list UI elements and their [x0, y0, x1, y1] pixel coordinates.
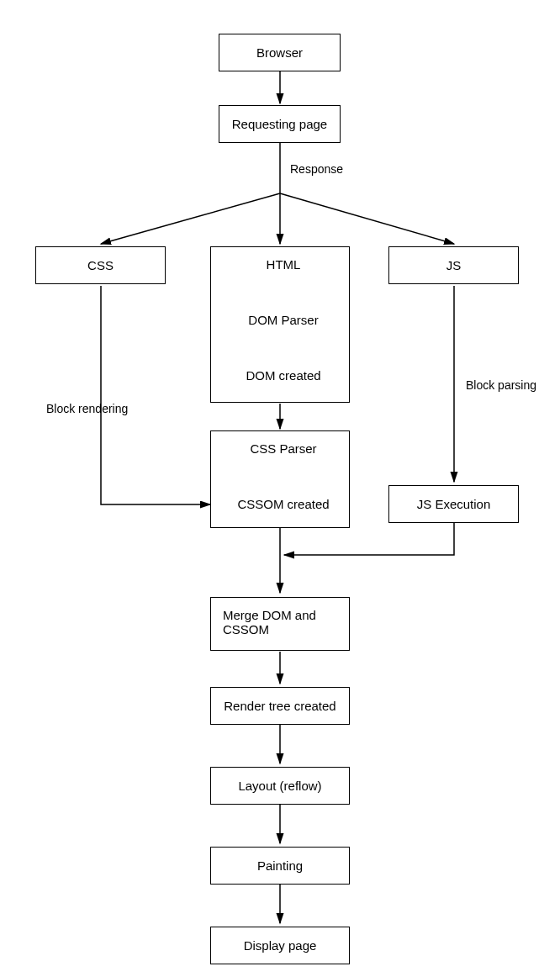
- node-label: Render tree created: [224, 699, 335, 713]
- node-css-parser-group: CSS Parser CSSOM created: [210, 430, 350, 528]
- node-label: CSS: [87, 258, 114, 272]
- node-label: Layout (reflow): [238, 779, 321, 793]
- node-label: Requesting page: [232, 117, 327, 131]
- node-painting: Painting: [210, 847, 350, 885]
- node-css: CSS: [35, 246, 166, 284]
- node-html-group: HTML DOM Parser DOM created: [210, 246, 350, 403]
- node-merge: Merge DOM and CSSOM: [210, 597, 350, 651]
- node-render-tree: Render tree created: [210, 687, 350, 725]
- node-css-parser: CSS Parser: [214, 441, 352, 456]
- edge-label-response: Response: [290, 162, 343, 176]
- node-dom-parser: DOM Parser: [214, 313, 352, 327]
- node-label: Painting: [257, 858, 303, 873]
- node-dom-created: DOM created: [214, 368, 352, 383]
- node-label: JS: [446, 258, 462, 272]
- node-html: HTML: [214, 257, 352, 272]
- node-cssom-created: CSSOM created: [214, 497, 352, 511]
- node-label: Browser: [256, 45, 303, 60]
- node-label: Display page: [244, 938, 317, 953]
- node-display-page: Display page: [210, 927, 350, 964]
- edge-label-block-parsing: Block parsing: [466, 378, 536, 392]
- svg-line-4: [280, 193, 454, 244]
- node-requesting-page: Requesting page: [219, 105, 341, 143]
- edge-label-block-rendering: Block rendering: [46, 402, 128, 415]
- node-js: JS: [388, 246, 519, 284]
- node-label: JS Execution: [417, 497, 491, 511]
- node-label: Merge DOM and CSSOM: [223, 608, 337, 636]
- svg-line-2: [101, 193, 280, 244]
- node-browser: Browser: [219, 34, 341, 71]
- node-js-execution: JS Execution: [388, 485, 519, 523]
- node-layout: Layout (reflow): [210, 767, 350, 805]
